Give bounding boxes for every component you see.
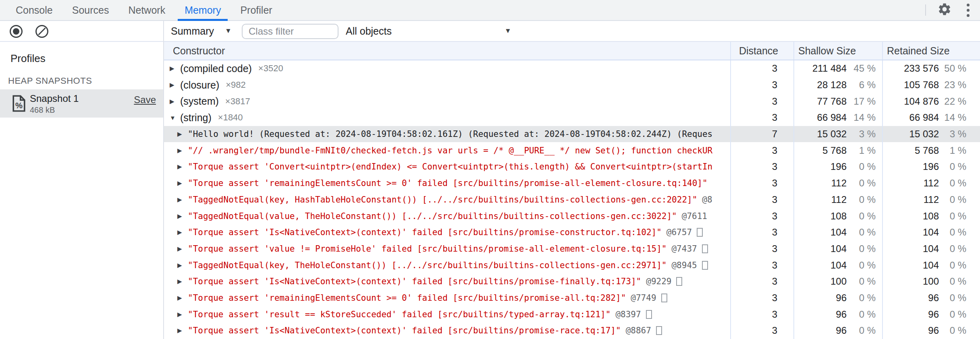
disclosure-triangle-icon[interactable]: ▶ [170,81,180,89]
devtools-memory-panel: Console Sources Network Memory Profiler … [0,0,980,339]
constructor-cell[interactable]: ▶ (system) ×3817 [164,93,730,110]
shallow-size-percent: 0 % [847,178,882,189]
table-row[interactable]: ▶ (compiled code) ×3520 3 211 484 45 % 2… [164,60,980,77]
constructor-cell[interactable]: ▶ "Torque assert 'remainingElementsCount… [164,290,730,306]
shallow-size-cell: 108 0 % [793,208,882,224]
table-row[interactable]: ▶ (system) ×3817 3 77 768 17 % 104 876 2… [164,93,980,110]
retained-size-cell: 15 032 3 % [882,126,980,143]
table-row[interactable]: ▼ (string) ×1840 3 66 984 14 % 66 984 14… [164,110,980,126]
disclosure-triangle-icon[interactable]: ▶ [177,180,188,187]
distance-cell: 3 [730,142,793,159]
disclosure-triangle-icon[interactable]: ▶ [170,98,180,105]
disclosure-triangle-icon[interactable]: ▶ [177,327,188,334]
disclosure-triangle-icon[interactable]: ▶ [177,278,188,285]
table-row[interactable]: ▶ "TaggedNotEqual(key, TheHoleConstant()… [164,257,980,273]
object-filter-select[interactable]: All objects [346,21,392,41]
constructor-cell[interactable]: ▶ "Hello world! (Requested at: 2024-08-1… [164,126,730,143]
distance-value: 3 [772,243,777,254]
settings-button[interactable] [936,2,953,18]
disclosure-triangle-icon[interactable]: ▶ [177,245,188,252]
retained-size-percent: 0 % [939,292,980,304]
constructor-cell[interactable]: ▶ "TaggedNotEqual(key, TheHoleConstant()… [164,257,730,273]
perspective-select[interactable]: Summary [171,21,214,41]
disclosure-triangle-icon[interactable]: ▶ [177,163,188,170]
constructor-cell[interactable]: ▶ (closure) ×982 [164,77,730,93]
shallow-size-value: 15 032 [817,128,847,140]
constructor-cell[interactable]: ▶ "Torque assert 'remainingElementsCount… [164,175,730,192]
disclosure-triangle-icon[interactable]: ▶ [177,147,188,154]
retained-size-value: 108 [923,211,939,222]
sidebar-item-snapshot-1[interactable]: % Snapshot 1 468 kB Save [0,89,163,118]
shallow-size-cell: 77 768 17 % [793,93,882,110]
tab-memory[interactable]: Memory [178,0,228,20]
constructor-cell[interactable]: ▶ "Torque assert 'result == kStoreSucced… [164,306,730,322]
retained-size-value: 233 576 [904,63,939,74]
constructor-cell[interactable]: ▶ "TaggedNotEqual(key, HashTableHoleCons… [164,192,730,208]
table-row[interactable]: ▶ "Torque assert 'remainingElementsCount… [164,175,980,192]
table-row[interactable]: ▶ "Torque assert 'Is<NativeContext>(cont… [164,322,980,339]
instance-count: ×982 [226,80,246,90]
distance-value: 3 [772,112,777,123]
constructor-cell[interactable]: ▶ "Torque assert 'Convert<uintptr>(endIn… [164,159,730,175]
missing-glyph-box-icon [656,326,662,335]
tab-sources[interactable]: Sources [65,0,116,20]
constructor-cell[interactable]: ▼ (string) ×1840 [164,110,730,126]
table-row[interactable]: ▶ "Torque assert 'Is<NativeContext>(cont… [164,224,980,241]
clear-profiles-button[interactable] [35,25,48,38]
table-row[interactable]: ▶ "Torque assert 'Convert<uintptr>(endIn… [164,159,980,175]
tab-console[interactable]: Console [9,0,60,20]
table-row[interactable]: ▶ "Torque assert 'remainingElementsCount… [164,290,980,306]
table-row[interactable]: ▶ "Torque assert 'value != PromiseHole' … [164,241,980,257]
distance-cell: 3 [730,273,793,290]
table-row[interactable]: ▶ "Torque assert 'result == kStoreSucced… [164,306,980,322]
tab-bar-actions [925,0,980,20]
object-id: @8867 [626,326,651,335]
class-filter-input[interactable] [242,24,338,39]
more-options-button[interactable] [963,2,973,18]
disclosure-triangle-icon[interactable]: ▶ [177,196,188,203]
constructor-cell[interactable]: ▶ "Torque assert 'value != PromiseHole' … [164,241,730,257]
object-id: @7611 [682,211,707,221]
column-header-distance[interactable]: Distance [730,42,793,60]
constructor-cell[interactable]: ▶ "Torque assert 'Is<NativeContext>(cont… [164,224,730,241]
constructor-cell[interactable]: ▶ "Torque assert 'Is<NativeContext>(cont… [164,273,730,290]
disclosure-triangle-icon[interactable]: ▶ [177,130,188,138]
shallow-size-cell: 96 0 % [793,306,882,322]
distance-cell: 3 [730,322,793,339]
disclosure-triangle-icon[interactable]: ▶ [177,213,188,220]
table-row[interactable]: ▶ (closure) ×982 3 28 128 6 % 105 768 23… [164,77,980,93]
disclosure-triangle-icon[interactable]: ▶ [170,65,180,72]
string-value: "Torque assert 'remainingElementsCount >… [188,178,708,188]
shallow-size-percent: 0 % [847,227,882,238]
constructor-cell[interactable]: ▶ "TaggedNotEqual(value, TheHoleConstant… [164,208,730,224]
column-header-shallow-size[interactable]: Shallow Size [793,42,882,60]
chevron-down-icon[interactable]: ▼ [505,21,511,41]
disclosure-triangle-icon[interactable]: ▶ [177,294,188,302]
table-row[interactable]: ▶ "// .wrangler/tmp/bundle-FmNIt0/checke… [164,142,980,159]
column-header-retained-size[interactable]: Retained Size [882,42,980,60]
record-heap-button[interactable] [10,25,23,38]
disclosure-triangle-icon[interactable]: ▶ [177,311,188,318]
object-id: @8 [702,195,712,205]
column-header-constructor[interactable]: Constructor [164,42,730,60]
disclosure-triangle-icon[interactable]: ▶ [177,229,188,236]
table-row[interactable]: ▶ "TaggedNotEqual(value, TheHoleConstant… [164,208,980,224]
retained-size-cell: 5 768 1 % [882,142,980,159]
table-row[interactable]: ▶ "Torque assert 'Is<NativeContext>(cont… [164,273,980,290]
tab-network[interactable]: Network [121,0,172,20]
tab-profiler[interactable]: Profiler [233,0,279,20]
retained-size-value: 96 [928,309,939,320]
disclosure-triangle-icon[interactable]: ▶ [177,262,188,269]
table-row[interactable]: ▶ "Hello world! (Requested at: 2024-08-1… [164,126,980,143]
chevron-down-icon[interactable]: ▼ [225,21,232,41]
constructor-cell[interactable]: ▶ "Torque assert 'Is<NativeContext>(cont… [164,322,730,339]
save-snapshot-link[interactable]: Save [134,94,156,105]
constructor-cell[interactable]: ▶ "// .wrangler/tmp/bundle-FmNIt0/checke… [164,142,730,159]
retained-size-cell: 112 0 % [882,175,980,192]
retained-size-value: 104 [923,243,939,254]
table-row[interactable]: ▶ "TaggedNotEqual(key, HashTableHoleCons… [164,192,980,208]
retained-size-percent: 3 % [939,128,980,140]
constructor-cell[interactable]: ▶ (compiled code) ×3520 [164,60,730,77]
distance-cell: 3 [730,110,793,126]
disclosure-triangle-icon[interactable]: ▼ [170,114,180,121]
